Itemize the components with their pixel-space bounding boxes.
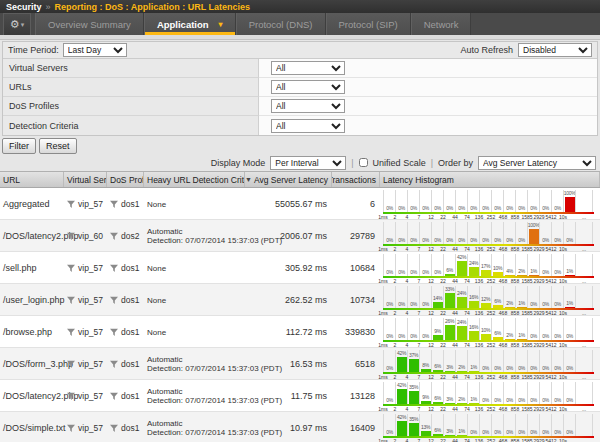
- histogram-tick-label: 858: [509, 246, 521, 252]
- histogram-bucket-value: 42%: [397, 383, 406, 388]
- histogram-tick-label: 5412: [545, 246, 557, 252]
- histogram-bucket: 0%: [527, 414, 539, 436]
- histogram-bucket: 0%: [419, 286, 431, 308]
- filter-funnel-icon[interactable]: [67, 328, 75, 336]
- histogram-bucket: 0%: [563, 350, 575, 372]
- criterion-line2: Detection: 07/07/2014 15:37:03 (PDT): [147, 364, 242, 373]
- tab-application[interactable]: Application▾: [144, 13, 236, 35]
- filter-button[interactable]: Filter: [2, 138, 36, 154]
- histogram-bucket: 0%: [383, 382, 395, 404]
- histogram-tick-label: 22: [437, 406, 449, 412]
- tab-protocol-sip[interactable]: Protocol (SIP): [326, 13, 411, 35]
- filter-funnel-icon[interactable]: [110, 360, 118, 368]
- filter-funnel-icon[interactable]: [110, 296, 118, 304]
- histogram-bucket-value: 0%: [542, 206, 549, 211]
- histogram-bucket-value: 6%: [494, 299, 501, 304]
- histogram-tick-label: 1ms: [377, 278, 389, 284]
- column-header-heavy-url-detection-criterion[interactable]: Heavy URL Detection Criterion: [144, 172, 245, 187]
- display-mode-select[interactable]: Per Interval: [270, 156, 346, 170]
- histogram-tick-label: 2: [389, 438, 401, 442]
- dos-profile-cell: dos1: [107, 348, 144, 380]
- filter-funnel-icon[interactable]: [110, 264, 118, 272]
- histogram-tick-label: 4: [401, 310, 413, 316]
- histogram-tick-label: 74: [461, 438, 473, 442]
- histogram-tick-label: 2: [389, 278, 401, 284]
- histogram-tick-label: 10s: [557, 374, 569, 380]
- virtual-server-label: vip_57: [78, 359, 103, 369]
- histogram-bucket: 0%: [419, 318, 431, 340]
- tab-protocol-dns[interactable]: Protocol (DNS): [236, 13, 326, 35]
- histogram-bars: 0%0%0%0%0%0%0%0%0%0%0%0%0%0%0%100%: [383, 190, 595, 212]
- histogram-bucket-value: 24%: [457, 320, 466, 325]
- histogram-bucket: 37%: [407, 350, 419, 372]
- histogram-bucket-value: 16%: [469, 295, 478, 300]
- histogram-bucket-value: 4%: [506, 269, 513, 274]
- histogram-bucket: 0%: [443, 190, 455, 212]
- filter-funnel-icon[interactable]: [110, 424, 118, 432]
- histogram-bucket: 42%: [395, 414, 407, 436]
- unified-scale-checkbox[interactable]: [359, 158, 368, 167]
- tab-network[interactable]: Network: [411, 13, 472, 35]
- filter-funnel-icon[interactable]: [67, 424, 75, 432]
- histogram-bucket: 33%: [443, 286, 455, 308]
- filter-funnel-icon[interactable]: [67, 232, 75, 240]
- filter-funnel-icon[interactable]: [67, 296, 75, 304]
- column-header-url[interactable]: URL: [0, 172, 64, 187]
- histogram-bucket: 35%: [407, 382, 419, 404]
- histogram-tick-label: 2929: [533, 342, 545, 348]
- column-header-virtual-server[interactable]: Virtual Server: [64, 172, 107, 187]
- order-by-select[interactable]: Avg Server Latency: [478, 156, 596, 170]
- histogram-bucket: 0%: [443, 222, 455, 244]
- histogram-bucket-value: 0%: [494, 430, 501, 435]
- histogram-tick-label: 2929: [533, 310, 545, 316]
- column-header-latency-histogram[interactable]: Latency Histogram: [380, 172, 600, 187]
- histogram-bucket: 0%: [539, 318, 551, 340]
- histogram-tick-label: 10s: [557, 438, 569, 442]
- auto-refresh-select[interactable]: Disabled: [518, 43, 592, 57]
- filter-select-dos-profiles[interactable]: All: [271, 99, 345, 113]
- histogram-bar: [445, 371, 455, 372]
- breadcrumb-separator: »: [46, 2, 51, 12]
- dos-profile-label: dos2: [121, 231, 139, 241]
- virtual-server-label: vip_57: [78, 391, 103, 401]
- histogram-bucket-value: 0%: [518, 206, 525, 211]
- filter-funnel-icon[interactable]: [67, 264, 75, 272]
- filter-select-virtual-servers[interactable]: All: [271, 61, 345, 75]
- filter-funnel-icon[interactable]: [110, 232, 118, 240]
- filter-funnel-icon[interactable]: [110, 392, 118, 400]
- latency-histogram: 0%0%0%0%0%0%0%0%0%0%0%0%100%0%0%0%1ms247…: [383, 220, 595, 252]
- histogram-bar: [421, 431, 431, 436]
- histogram-bucket-value: 24%: [457, 291, 466, 296]
- histogram-bar: [409, 391, 419, 404]
- column-header-label: Virtual Server: [67, 175, 107, 185]
- histogram-bucket-value: 0%: [506, 430, 513, 435]
- virtual-server-cell: vip_57: [64, 252, 107, 284]
- reset-button[interactable]: Reset: [39, 138, 77, 154]
- histogram-bucket-value: 6%: [494, 331, 501, 336]
- column-header-transactions[interactable]: ⇕Transactions: [332, 172, 380, 187]
- filter-select-detection-criteria[interactable]: All: [271, 119, 345, 133]
- divider: |: [351, 158, 353, 168]
- column-header-dos-profile[interactable]: DoS Profile: [107, 172, 144, 187]
- latency-histogram: 0%0%0%0%0%0%0%0%0%0%0%0%0%0%0%100%1ms247…: [383, 188, 595, 220]
- histogram-tick-label: 74: [461, 374, 473, 380]
- histogram-overflow-bucket: [575, 286, 593, 308]
- histogram-bucket-value: 37%: [409, 353, 418, 358]
- histogram-bucket-value: 0%: [386, 270, 393, 275]
- time-period-select[interactable]: Last Day: [63, 43, 127, 57]
- filter-select-urls[interactable]: All: [271, 80, 345, 94]
- tab-overview-summary[interactable]: Overview Summary: [35, 13, 144, 35]
- column-header-avg-server-latency[interactable]: ▼Avg Server Latency: [245, 172, 332, 187]
- filter-funnel-icon[interactable]: [67, 392, 75, 400]
- filter-funnel-icon[interactable]: [67, 200, 75, 208]
- histogram-bucket-value: 6%: [434, 364, 441, 369]
- dos-profile-label: dos1: [121, 263, 139, 273]
- filter-funnel-icon[interactable]: [110, 200, 118, 208]
- histogram-bucket: 0%: [395, 190, 407, 212]
- filter-funnel-icon[interactable]: [67, 360, 75, 368]
- gear-menu-button[interactable]: ⚙ ▾: [3, 13, 31, 35]
- filter-funnel-icon[interactable]: [110, 328, 118, 336]
- histogram-bucket-value: 13%: [421, 425, 430, 430]
- histogram-bucket-value: 0%: [506, 206, 513, 211]
- transactions-cell: 16409: [332, 412, 380, 442]
